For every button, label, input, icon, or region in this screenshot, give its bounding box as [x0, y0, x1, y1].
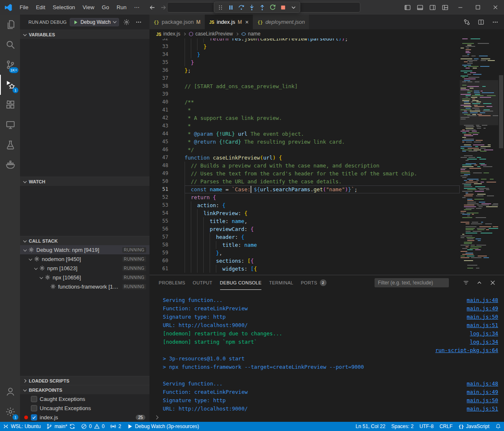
line-number[interactable]: 52	[149, 193, 168, 201]
line-number[interactable]: 39	[149, 90, 168, 98]
section-call-stack[interactable]: CALL STACK	[20, 236, 149, 245]
go-forward-icon[interactable]	[160, 4, 167, 11]
line-number[interactable]: 50	[149, 177, 168, 185]
source-link[interactable]: run-script-pkg.js:64	[435, 347, 498, 353]
debug-console-output[interactable]: Serving function... main.js:48 Function:…	[149, 290, 504, 422]
activity-item-remote-explorer[interactable]	[0, 115, 20, 135]
breakpoint-checkbox[interactable]	[31, 396, 37, 402]
problems-status[interactable]: 0 0	[78, 422, 107, 431]
code-line-58[interactable]: 58title: name	[149, 241, 460, 249]
line-number[interactable]: 32	[149, 38, 168, 43]
code-line-35[interactable]: 35}	[149, 58, 460, 66]
code-line-60[interactable]: 60sections: [{	[149, 257, 460, 265]
line-number[interactable]: 35	[149, 58, 168, 66]
activity-item-search[interactable]	[0, 35, 20, 55]
activity-item-run-and-debug[interactable]: 1	[0, 75, 20, 95]
line-number[interactable]: 46	[149, 146, 168, 154]
code-line-57[interactable]: 57header: {	[149, 233, 460, 241]
line-number[interactable]: 59	[149, 249, 168, 257]
close-tab-icon[interactable]: ×	[245, 19, 248, 25]
line-number[interactable]: 38	[149, 82, 168, 90]
tab-deployment.json[interactable]: {}deployment.json	[253, 15, 309, 29]
views-more-actions-button[interactable]	[134, 18, 143, 27]
source-link[interactable]: log.js:34	[470, 339, 498, 345]
source-link[interactable]: log.js:34	[470, 330, 498, 337]
source-link[interactable]: main.js:50	[467, 397, 498, 403]
tab-index.js[interactable]: JSindex.js M ×	[205, 15, 253, 29]
code-line-41[interactable]: 41 *	[149, 106, 460, 114]
call-stack-session[interactable]: Debug Watch: npm [9419] RUNNING	[20, 245, 149, 254]
source-link[interactable]: main.js:51	[467, 322, 498, 328]
breadcrumb-item-name[interactable]: name	[241, 31, 261, 37]
menu-go[interactable]: Go	[98, 0, 113, 15]
line-number[interactable]: 47	[149, 154, 168, 162]
open-changes-button[interactable]	[462, 18, 471, 27]
code-line-43[interactable]: 43 *	[149, 122, 460, 130]
activity-item-extensions[interactable]	[0, 95, 20, 115]
console-filter-input[interactable]	[375, 278, 449, 287]
split-editor-button[interactable]	[476, 18, 486, 27]
line-number[interactable]: 49	[149, 170, 168, 177]
git-branch-status[interactable]: main*	[43, 422, 78, 431]
line-number[interactable]: 44	[149, 130, 168, 138]
eol-status[interactable]: CRLF	[436, 422, 455, 431]
source-link[interactable]: main.js:48	[467, 380, 498, 387]
code-line-36[interactable]: 36};	[149, 66, 460, 74]
minimize-button[interactable]	[451, 0, 469, 15]
panel-tab-problems[interactable]: PROBLEMS	[159, 275, 185, 290]
line-number[interactable]: 60	[149, 257, 168, 265]
section-breakpoints[interactable]: BREAKPOINTS	[20, 385, 149, 394]
panel-tab-output[interactable]: OUTPUT	[193, 275, 213, 290]
line-number[interactable]: 40	[149, 98, 168, 106]
code-line-48[interactable]: 48// Builds a preview card with the case…	[149, 162, 460, 170]
code-line-34[interactable]: 34}	[149, 51, 460, 58]
code-line-55[interactable]: 55title: name,	[149, 217, 460, 225]
code-line-56[interactable]: 56previewCard: {	[149, 225, 460, 233]
debug-step-over-button[interactable]	[236, 3, 246, 12]
menu-run[interactable]: Run	[113, 0, 130, 15]
line-number[interactable]: 51	[149, 185, 168, 193]
breadcrumb-item-index.js[interactable]: JSindex.js	[156, 31, 180, 37]
code-line-52[interactable]: 52return {	[149, 193, 460, 201]
forwarded-ports-status[interactable]: 2	[107, 422, 124, 431]
code-line-46[interactable]: 46 */	[149, 146, 460, 154]
section-variables[interactable]: VARIABLES	[20, 30, 149, 39]
debug-step-into-button[interactable]	[247, 3, 257, 12]
menu-more[interactable]: ⋯	[130, 0, 143, 15]
menu-file[interactable]: File	[16, 0, 32, 15]
code-line-49[interactable]: 49// Uses the text from the card's heade…	[149, 170, 460, 177]
minimap[interactable]	[460, 38, 498, 275]
line-number[interactable]: 43	[149, 122, 168, 130]
notifications-bell[interactable]	[492, 422, 504, 431]
line-number[interactable]: 36	[149, 66, 168, 74]
activity-item-source-control[interactable]: 1K+	[0, 55, 20, 75]
console-input-chevron-icon[interactable]	[154, 416, 159, 420]
code-editor[interactable]: 32return res.json(caseLinkPreview(parsed…	[149, 38, 504, 275]
section-loaded-scripts[interactable]: LOADED SCRIPTS	[20, 376, 149, 385]
line-number[interactable]: 37	[149, 74, 168, 82]
code-line-39[interactable]: 39	[149, 90, 460, 98]
toggle-panel-button[interactable]	[414, 0, 426, 15]
panel-tab-ports[interactable]: PORTS 2	[301, 275, 326, 290]
code-line-32[interactable]: 32return res.json(caseLinkPreview(parsed…	[149, 38, 460, 43]
code-line-59[interactable]: 59},	[149, 249, 460, 257]
debug-restart-button[interactable]	[268, 3, 278, 12]
line-number[interactable]: 34	[149, 51, 168, 58]
line-number[interactable]: 53	[149, 201, 168, 209]
line-number[interactable]: 45	[149, 138, 168, 146]
go-back-icon[interactable]	[149, 4, 156, 11]
menu-view[interactable]: View	[79, 0, 98, 15]
toggle-sidebar-button[interactable]	[401, 0, 414, 15]
debug-pause-button[interactable]	[226, 3, 236, 12]
code-line-44[interactable]: 44 * @param {!URL} url The event object.	[149, 130, 460, 138]
scrollbar-thumb[interactable]	[499, 75, 503, 148]
debug-launch-config-button[interactable]: Debug Watch	[70, 18, 119, 26]
editor-more-actions-button[interactable]	[491, 18, 500, 27]
breakpoint-checkbox[interactable]	[31, 405, 37, 411]
debug-settings-button[interactable]	[122, 18, 131, 27]
tab-package.json[interactable]: {}package.json M	[149, 15, 205, 29]
remote-indicator[interactable]: WSL: Ubuntu	[0, 422, 43, 431]
code-line-37[interactable]: 37	[149, 74, 460, 82]
toggle-secondary-sidebar-button[interactable]	[426, 0, 439, 15]
encoding-status[interactable]: UTF-8	[416, 422, 436, 431]
